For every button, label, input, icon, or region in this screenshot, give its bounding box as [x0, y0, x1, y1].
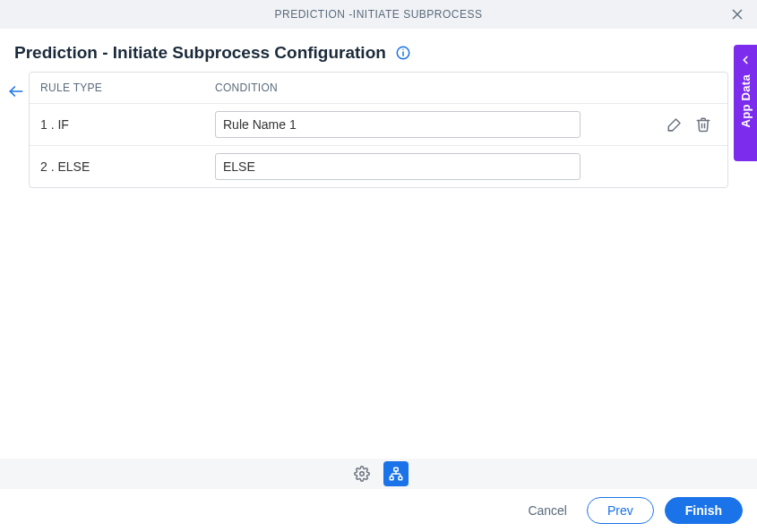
rules-table: RULE TYPE CONDITION 1 . IF 2 . ELSE	[29, 72, 728, 188]
topbar-title: PREDICTION -INITIATE SUBPROCESS	[275, 8, 483, 21]
condition-input[interactable]	[215, 111, 581, 138]
close-icon[interactable]	[730, 7, 744, 24]
prev-button[interactable]: Prev	[587, 497, 654, 524]
condition-input[interactable]	[215, 153, 581, 180]
footer-actions: Cancel Prev Finish	[0, 489, 757, 532]
app-data-panel-toggle[interactable]: App Data	[734, 45, 757, 161]
side-tab-label: App Data	[739, 74, 753, 127]
settings-icon[interactable]	[349, 461, 374, 486]
table-row: 2 . ELSE	[30, 145, 727, 187]
rule-type-label: 1 . IF	[40, 117, 215, 132]
back-arrow-icon[interactable]	[7, 82, 25, 103]
info-icon[interactable]	[395, 45, 411, 61]
svg-point-4	[402, 49, 404, 51]
page-header: Prediction - Initiate Subprocess Configu…	[0, 29, 757, 72]
edit-icon[interactable]	[667, 116, 683, 133]
row-actions	[667, 116, 717, 133]
svg-point-6	[359, 472, 364, 476]
topbar: PREDICTION -INITIATE SUBPROCESS	[0, 0, 757, 29]
rule-type-label: 2 . ELSE	[40, 159, 215, 174]
flow-icon[interactable]	[383, 461, 409, 486]
delete-icon[interactable]	[695, 116, 711, 133]
cancel-button[interactable]: Cancel	[519, 498, 576, 523]
header-condition: CONDITION	[215, 82, 717, 94]
table-header-row: RULE TYPE CONDITION	[30, 73, 727, 103]
header-rule-type: RULE TYPE	[40, 82, 215, 94]
bottom-toolbar	[0, 459, 757, 489]
finish-button[interactable]: Finish	[665, 497, 743, 524]
table-row: 1 . IF	[30, 103, 727, 145]
chevron-left-icon	[739, 54, 752, 69]
page-title: Prediction - Initiate Subprocess Configu…	[14, 43, 386, 63]
